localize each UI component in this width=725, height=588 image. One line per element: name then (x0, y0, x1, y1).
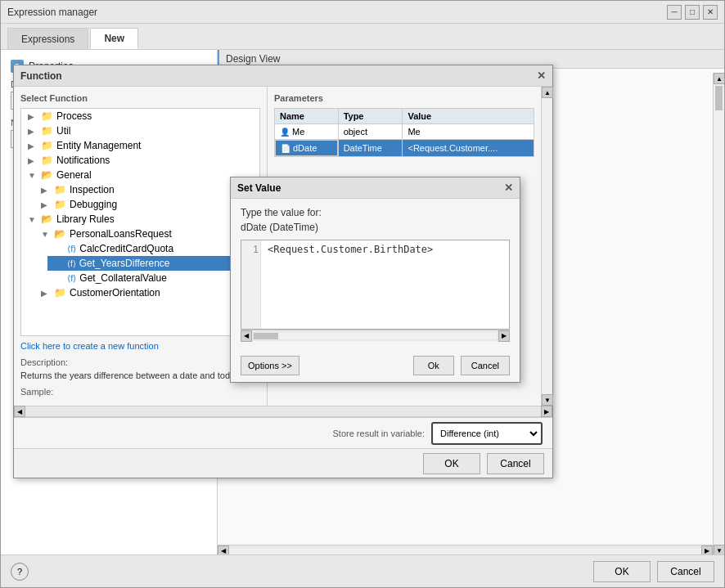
maximize-button[interactable]: □ (685, 5, 700, 20)
col-name: Name (275, 109, 339, 124)
tree-item-customer-orient[interactable]: ▶ 📁 CustomerOrientation (34, 285, 259, 300)
sv-hscrollbar[interactable]: ◀ ▶ (241, 330, 510, 341)
param-row-me[interactable]: 👤 Me object Me (275, 124, 534, 140)
window-title: Expression manager (7, 7, 97, 18)
sv-bottom: Options >> Ok Cancel (231, 349, 520, 382)
param-value-ddate: <Request.Customer.... (403, 140, 534, 157)
tree-item-general[interactable]: ▼ 📂 General (21, 168, 259, 182)
dialog-hscrollbar[interactable]: ◀ ▶ (14, 406, 552, 417)
tree-item-get-years[interactable]: ⟨f⟩ Get_YearsDifference (47, 256, 259, 271)
folder-icon: 📁 (41, 140, 53, 151)
param-name-ddate: 📄 dDate (275, 140, 338, 156)
param-type-me: object (338, 124, 403, 140)
tab-expressions[interactable]: Expressions (7, 28, 88, 49)
dialog-scroll-right[interactable]: ▶ (541, 406, 552, 417)
tree-item-entity-mgmt[interactable]: ▶ 📁 Entity Management (21, 138, 259, 153)
function-ok-button[interactable]: OK (423, 453, 480, 474)
function-dialog-title-bar: Function ✕ (14, 65, 552, 87)
folder-icon: 📁 (41, 110, 53, 122)
function-dialog-title: Function (20, 70, 62, 82)
dialog-scrollbar[interactable]: ▲ ▼ (541, 87, 552, 406)
folder-icon: 📁 (54, 287, 66, 298)
tree-item-personal-loans[interactable]: ▼ 📂 PersonalLoansRequest (34, 227, 259, 241)
store-result-select[interactable]: Difference (int) (None) (434, 424, 540, 442)
store-result-wrapper: Difference (int) (None) (431, 422, 543, 445)
help-button[interactable]: ? (11, 563, 29, 581)
folder-icon: 📁 (54, 184, 66, 195)
parameters-label: Parameters (274, 93, 534, 103)
tab-new[interactable]: New (90, 28, 138, 49)
sv-title-bar: Set Value ✕ (231, 177, 520, 199)
tree-item-calc-credit[interactable]: ⟨f⟩ CalcCreditCardQuota (47, 241, 259, 256)
create-function-link[interactable]: Click here to create a new function (20, 341, 260, 351)
select-function-label: Select Function (20, 93, 260, 103)
param-value-me: Me (403, 124, 534, 140)
ok-button[interactable]: OK (593, 561, 651, 582)
folder-icon: 📁 (41, 155, 53, 166)
function-tree[interactable]: ▶ 📁 Process ▶ 📁 Util ▶ 📁 Entity Man (20, 108, 260, 336)
param-type-ddate: DateTime (338, 140, 403, 157)
sv-scroll-right[interactable]: ▶ (498, 330, 510, 342)
dialog-scroll-left[interactable]: ◀ (14, 406, 25, 417)
sv-varname: dDate (DateTime) (241, 222, 510, 233)
sample-label: Sample: (20, 387, 260, 397)
close-window-button[interactable]: ✕ (703, 5, 718, 20)
store-result-label: Store result in variable: (333, 429, 426, 438)
sv-scroll-left[interactable]: ◀ (241, 330, 252, 342)
param-name-me: 👤 Me (275, 124, 339, 140)
set-value-dialog: Set Value ✕ Type the value for: dDate (D… (230, 177, 520, 383)
function-dialog-close[interactable]: ✕ (537, 70, 546, 82)
function-cancel-button[interactable]: Cancel (487, 453, 544, 474)
minimize-button[interactable]: ─ (667, 5, 682, 20)
tab-bar: Expressions New (1, 24, 724, 50)
dialog-scroll-up[interactable]: ▲ (542, 87, 553, 98)
sv-editor-wrapper: 1 <Request.Customer.BirthDate> (241, 240, 510, 330)
sv-prompt: Type the value for: (241, 207, 510, 218)
tree-item-util[interactable]: ▶ 📁 Util (21, 123, 259, 138)
sv-cancel-button[interactable]: Cancel (461, 356, 510, 375)
sv-code-area[interactable]: <Request.Customer.BirthDate> (264, 240, 509, 329)
sv-ok-button[interactable]: Ok (413, 356, 454, 375)
tree-item-notifications[interactable]: ▶ 📁 Notifications (21, 153, 259, 168)
store-result-row: Store result in variable: Difference (in… (14, 417, 552, 448)
tree-item-library-rules[interactable]: ▼ 📂 Library Rules (21, 212, 259, 227)
col-type: Type (338, 109, 403, 124)
params-table: Name Type Value 👤 Me object Me (274, 108, 534, 157)
description-area: Description: Returns the years differenc… (20, 357, 260, 399)
vertical-scrollbar[interactable]: ▲ ▼ (713, 73, 724, 556)
folder-icon: 📂 (41, 213, 53, 225)
tree-item-get-collateral[interactable]: ⟨f⟩ Get_CollateralValue (47, 271, 259, 285)
main-window: Expression manager ─ □ ✕ Expressions New… (0, 0, 725, 588)
sv-title: Set Value (237, 182, 281, 194)
folder-icon: 📂 (54, 228, 66, 240)
col-value: Value (403, 109, 534, 124)
title-bar: Expression manager ─ □ ✕ (1, 1, 724, 24)
sv-line-numbers: 1 (241, 240, 261, 329)
scroll-up-btn[interactable]: ▲ (714, 73, 724, 84)
folder-icon: 📂 (41, 169, 53, 181)
description-text: Returns the years difference between a d… (20, 370, 260, 382)
cancel-button[interactable]: Cancel (657, 561, 714, 582)
func-icon: ⟨f⟩ (67, 274, 76, 283)
tree-item-inspection[interactable]: ▶ 📁 Inspection (34, 182, 259, 197)
function-dialog-bottom: OK Cancel (14, 448, 552, 478)
sv-close-button[interactable]: ✕ (504, 182, 513, 194)
bottom-bar: ? OK Cancel (1, 554, 724, 587)
folder-icon: 📁 (41, 125, 53, 137)
options-button[interactable]: Options >> (241, 356, 299, 375)
sv-body: Type the value for: dDate (DateTime) 1 <… (231, 199, 520, 349)
func-icon-selected: ⟨f⟩ (67, 259, 76, 268)
param-row-ddate[interactable]: 📄 dDate DateTime <Request.Customer.... (275, 140, 534, 157)
tree-item-debugging[interactable]: ▶ 📁 Debugging (34, 197, 259, 212)
tree-item-process[interactable]: ▶ 📁 Process (21, 109, 259, 123)
folder-icon: 📁 (54, 199, 66, 210)
description-label: Description: (20, 357, 260, 367)
dialog-scroll-down[interactable]: ▼ (542, 394, 553, 406)
func-icon: ⟨f⟩ (67, 245, 76, 254)
